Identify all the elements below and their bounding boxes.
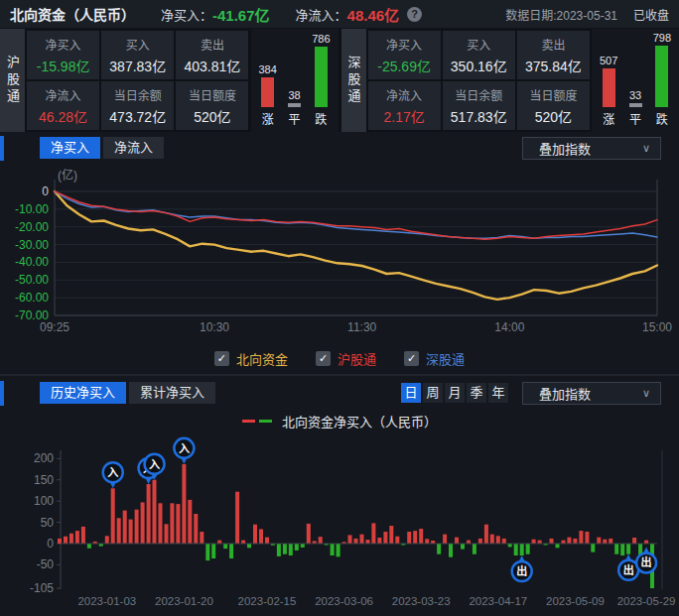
period-buttons: 日 周 月 季 年 bbox=[401, 383, 508, 403]
down-column: 798跌 bbox=[653, 32, 671, 127]
svg-text:出: 出 bbox=[516, 564, 527, 577]
net-buy-value: -41.67亿 bbox=[212, 4, 270, 25]
svg-text:50: 50 bbox=[41, 516, 55, 530]
net-inflow-value: 48.46亿 bbox=[347, 4, 400, 25]
svg-text:入: 入 bbox=[149, 458, 160, 470]
down-column: 786跌 bbox=[312, 32, 330, 127]
svg-text:-50: -50 bbox=[37, 557, 55, 571]
panel-shenzhen-connect: 深股通 净买入-25.69亿 买入350.16亿 卖出375.84亿 净流入2.… bbox=[341, 29, 679, 132]
top-header: 北向资金（人民币） 净买入： -41.67亿 净流入： 48.46亿 ? 数据日… bbox=[0, 0, 679, 29]
stat-cell: 当日余额517.83亿 bbox=[443, 81, 515, 130]
svg-text:14:00: 14:00 bbox=[494, 320, 524, 334]
stat-cell: 买入387.83亿 bbox=[101, 31, 174, 79]
updown-mini-chart-shenzhen: 507涨 33平 798跌 bbox=[592, 29, 679, 132]
period-year-button[interactable]: 年 bbox=[488, 383, 508, 403]
series-checkbox-row: ✓北向资金 ✓沪股通 ✓深股通 bbox=[0, 349, 679, 368]
svg-text:-20.00: -20.00 bbox=[15, 220, 49, 234]
tab-net-inflow[interactable]: 净流入 bbox=[103, 137, 164, 159]
svg-text:0: 0 bbox=[42, 185, 49, 198]
legend-title: 北向资金净买入（人民币） bbox=[282, 412, 437, 431]
svg-text:-105: -105 bbox=[30, 581, 54, 595]
checkbox-check-icon: ✓ bbox=[316, 351, 331, 366]
legend-red-dash-icon bbox=[242, 420, 255, 423]
stat-cell: 净买入-25.69亿 bbox=[368, 31, 441, 79]
data-date: 数据日期:2023-05-31 bbox=[505, 6, 617, 23]
stat-cell: 卖出375.84亿 bbox=[517, 31, 590, 79]
down-bar bbox=[315, 47, 328, 107]
svg-text:200: 200 bbox=[34, 451, 54, 465]
svg-text:2023-03-23: 2023-03-23 bbox=[392, 595, 451, 607]
overlay-index-dropdown[interactable]: 叠加指数 ∨ bbox=[522, 382, 661, 405]
history-section-header: 历史净买入 累计净买入 日 周 月 季 年 叠加指数 ∨ bbox=[0, 380, 679, 407]
period-week-button[interactable]: 周 bbox=[423, 383, 443, 403]
history-bar-chart[interactable]: 200150100500-50-1052023-01-032023-01-202… bbox=[0, 431, 679, 616]
checkbox-check-icon: ✓ bbox=[404, 351, 419, 366]
svg-text:2023-05-29: 2023-05-29 bbox=[617, 595, 676, 607]
up-column: 384涨 bbox=[259, 32, 277, 127]
section-accent-bar bbox=[0, 136, 4, 161]
page-title: 北向资金（人民币） bbox=[10, 4, 135, 24]
stat-cell: 净流入2.17亿 bbox=[368, 81, 441, 130]
history-tabs: 历史净买入 累计净买入 bbox=[40, 382, 215, 404]
panel-shanghai-cells: 净买入-15.98亿 买入387.83亿 卖出403.81亿 净流入46.28亿… bbox=[25, 29, 251, 132]
tab-history-net-buy[interactable]: 历史净买入 bbox=[40, 382, 126, 404]
net-buy-label: 净买入： bbox=[161, 5, 212, 24]
connect-stats-row: 沪股通 净买入-15.98亿 买入387.83亿 卖出403.81亿 净流入46… bbox=[0, 29, 679, 132]
svg-text:-40.00: -40.00 bbox=[15, 255, 49, 269]
panel-shanghai-connect: 沪股通 净买入-15.98亿 买入387.83亿 卖出403.81亿 净流入46… bbox=[0, 29, 339, 132]
up-bar bbox=[603, 68, 615, 107]
overlay-index-dropdown[interactable]: 叠加指数 ∨ bbox=[522, 137, 661, 160]
period-month-button[interactable]: 月 bbox=[445, 383, 465, 403]
net-inflow-label: 净流入： bbox=[296, 5, 347, 24]
flat-bar bbox=[629, 103, 642, 107]
down-bar bbox=[655, 46, 668, 107]
stat-cell: 净买入-15.98亿 bbox=[27, 31, 99, 79]
svg-text:100: 100 bbox=[34, 494, 54, 508]
panel-shenzhen-cells: 净买入-25.69亿 买入350.16亿 卖出375.84亿 净流入2.17亿 … bbox=[366, 29, 593, 132]
checkbox-shanghai-connect[interactable]: ✓沪股通 bbox=[316, 349, 376, 368]
chevron-down-icon: ∨ bbox=[642, 387, 650, 400]
stat-cell: 当日额度520亿 bbox=[517, 81, 590, 130]
northbound-capital-app: 北向资金（人民币） 净买入： -41.67亿 净流入： 48.46亿 ? 数据日… bbox=[0, 0, 679, 616]
net-inflow-summary: 净流入： 48.46亿 ? bbox=[296, 4, 423, 25]
period-day-button[interactable]: 日 bbox=[401, 383, 421, 403]
market-status: 已收盘 bbox=[633, 6, 669, 23]
checkbox-shenzhen-connect[interactable]: ✓深股通 bbox=[404, 349, 465, 368]
svg-text:-50.00: -50.00 bbox=[15, 273, 49, 287]
svg-text:2023-03-06: 2023-03-06 bbox=[315, 595, 373, 607]
stat-cell: 卖出403.81亿 bbox=[176, 31, 248, 79]
legend-green-dash-icon bbox=[259, 420, 272, 423]
intraday-tabs: 净买入 净流入 bbox=[40, 137, 164, 159]
tab-net-buy[interactable]: 净买入 bbox=[40, 137, 100, 159]
svg-text:11:30: 11:30 bbox=[347, 320, 376, 334]
history-legend: 北向资金净买入（人民币） bbox=[0, 412, 679, 431]
stat-cell: 净流入46.28亿 bbox=[27, 81, 99, 130]
svg-text:出: 出 bbox=[623, 563, 634, 576]
tab-cumulative-net-buy[interactable]: 累计净买入 bbox=[129, 382, 215, 404]
checkbox-northbound[interactable]: ✓北向资金 bbox=[214, 349, 288, 368]
intraday-section-header: 净买入 净流入 叠加指数 ∨ bbox=[0, 135, 679, 162]
svg-text:2023-05-09: 2023-05-09 bbox=[546, 595, 605, 607]
svg-text:2023-01-03: 2023-01-03 bbox=[77, 595, 136, 607]
svg-text:出: 出 bbox=[641, 555, 652, 568]
svg-text:15:00: 15:00 bbox=[642, 320, 672, 334]
stat-cell: 当日余额473.72亿 bbox=[101, 81, 174, 130]
flat-column: 38平 bbox=[288, 32, 301, 127]
panel-shanghai-title: 沪股通 bbox=[0, 29, 25, 132]
svg-text:09:25: 09:25 bbox=[40, 320, 69, 334]
intraday-line-chart[interactable]: 0-10.00-20.00-30.00-40.00-50.00-60.00-70… bbox=[0, 162, 679, 344]
period-quarter-button[interactable]: 季 bbox=[467, 383, 486, 403]
checkbox-check-icon: ✓ bbox=[214, 351, 229, 366]
panel-shenzhen-title: 深股通 bbox=[341, 29, 366, 132]
help-icon[interactable]: ? bbox=[407, 7, 422, 22]
up-column: 507涨 bbox=[600, 32, 617, 127]
svg-text:-60.00: -60.00 bbox=[15, 291, 49, 305]
section-accent-bar bbox=[0, 381, 4, 406]
flat-bar bbox=[288, 103, 301, 107]
svg-text:0: 0 bbox=[47, 537, 54, 551]
svg-text:2023-01-20: 2023-01-20 bbox=[155, 595, 213, 607]
updown-mini-chart-shanghai: 384涨 38平 786跌 bbox=[251, 29, 339, 132]
svg-text:2023-02-15: 2023-02-15 bbox=[238, 595, 297, 607]
svg-text:-30.00: -30.00 bbox=[15, 238, 49, 252]
svg-text:入: 入 bbox=[179, 442, 190, 454]
